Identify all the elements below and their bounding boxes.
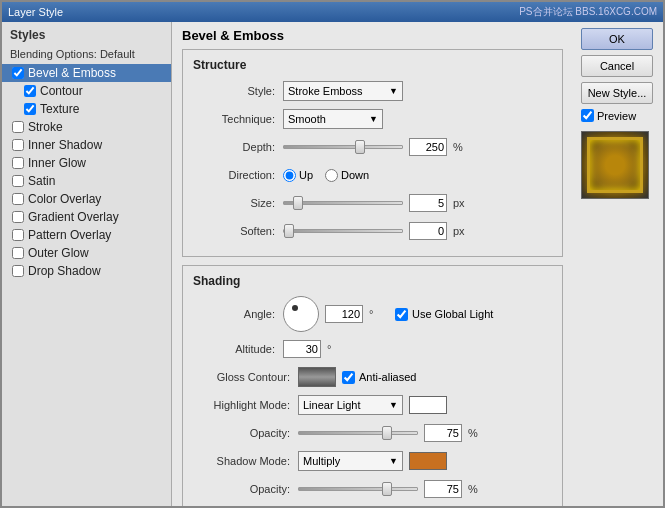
highlight-mode-controls: Linear Light ▼ (298, 395, 447, 415)
technique-value: Smooth (288, 113, 326, 125)
soften-slider[interactable] (283, 229, 403, 233)
anti-aliased-checkbox[interactable] (342, 371, 355, 384)
highlight-opacity-label: Opacity: (193, 427, 298, 439)
sidebar-item-color-overlay[interactable]: Color Overlay (2, 190, 171, 208)
highlight-opacity-slider-container: % (298, 424, 552, 442)
blending-options-label: Blending Options: Default (2, 46, 171, 64)
highlight-opacity-thumb (382, 426, 392, 440)
shadow-opacity-input[interactable] (424, 480, 462, 498)
direction-down-option[interactable]: Down (325, 169, 369, 182)
pattern-overlay-checkbox[interactable] (12, 229, 24, 241)
left-panel: Styles Blending Options: Default Bevel &… (2, 22, 172, 506)
preview-checkbox[interactable] (581, 109, 594, 122)
depth-unit: % (453, 141, 473, 153)
shadow-opacity-thumb (382, 482, 392, 496)
shading-section: Shading Angle: ° Use Global Light (182, 265, 563, 506)
use-global-light-option[interactable]: Use Global Light (395, 308, 493, 321)
sidebar-item-inner-shadow[interactable]: Inner Shadow (2, 136, 171, 154)
angle-dial[interactable] (283, 296, 319, 332)
sidebar-item-stroke[interactable]: Stroke (2, 118, 171, 136)
depth-slider-thumb (355, 140, 365, 154)
right-panel: OK Cancel New Style... Preview (573, 22, 663, 506)
anti-aliased-label: Anti-aliased (359, 371, 416, 383)
angle-dial-dot (292, 305, 298, 311)
highlight-mode-arrow: ▼ (389, 400, 398, 410)
highlight-opacity-slider[interactable] (298, 431, 418, 435)
highlight-opacity-input[interactable] (424, 424, 462, 442)
direction-down-radio[interactable] (325, 169, 338, 182)
inner-glow-label: Inner Glow (28, 156, 86, 170)
sidebar-item-satin[interactable]: Satin (2, 172, 171, 190)
drop-shadow-checkbox[interactable] (12, 265, 24, 277)
soften-slider-container: px (283, 222, 552, 240)
shadow-opacity-label: Opacity: (193, 483, 298, 495)
contour-checkbox[interactable] (24, 85, 36, 97)
styles-header: Styles (2, 26, 171, 46)
satin-checkbox[interactable] (12, 175, 24, 187)
size-row: Size: px (193, 192, 552, 214)
direction-up-radio[interactable] (283, 169, 296, 182)
use-global-light-checkbox[interactable] (395, 308, 408, 321)
direction-up-option[interactable]: Up (283, 169, 313, 182)
technique-dropdown[interactable]: Smooth ▼ (283, 109, 383, 129)
soften-input[interactable] (409, 222, 447, 240)
color-overlay-checkbox[interactable] (12, 193, 24, 205)
bevel-emboss-checkbox[interactable] (12, 67, 24, 79)
sidebar-item-outer-glow[interactable]: Outer Glow (2, 244, 171, 262)
style-dropdown-arrow: ▼ (389, 86, 398, 96)
shadow-mode-dropdown[interactable]: Multiply ▼ (298, 451, 403, 471)
gradient-overlay-label: Gradient Overlay (28, 210, 119, 224)
highlight-color-swatch[interactable] (409, 396, 447, 414)
size-slider-container: px (283, 194, 552, 212)
gloss-contour-swatch[interactable] (298, 367, 336, 387)
style-value: Stroke Emboss (288, 85, 363, 97)
sidebar-item-gradient-overlay[interactable]: Gradient Overlay (2, 208, 171, 226)
depth-row: Depth: % (193, 136, 552, 158)
shadow-opacity-slider[interactable] (298, 487, 418, 491)
shadow-color-swatch[interactable] (409, 452, 447, 470)
anti-aliased-option[interactable]: Anti-aliased (342, 371, 416, 384)
highlight-mode-dropdown[interactable]: Linear Light ▼ (298, 395, 403, 415)
highlight-mode-label: Highlight Mode: (193, 399, 298, 411)
altitude-controls: ° (283, 340, 347, 358)
thumb-border (587, 137, 643, 193)
shadow-mode-controls: Multiply ▼ (298, 451, 447, 471)
inner-shadow-checkbox[interactable] (12, 139, 24, 151)
sidebar-item-contour[interactable]: Contour (2, 82, 171, 100)
drop-shadow-label: Drop Shadow (28, 264, 101, 278)
preview-label: Preview (597, 110, 636, 122)
dialog-title: Layer Style (8, 6, 63, 18)
shadow-mode-arrow: ▼ (389, 456, 398, 466)
texture-checkbox[interactable] (24, 103, 36, 115)
gradient-overlay-checkbox[interactable] (12, 211, 24, 223)
size-slider[interactable] (283, 201, 403, 205)
sidebar-item-drop-shadow[interactable]: Drop Shadow (2, 262, 171, 280)
highlight-mode-row: Highlight Mode: Linear Light ▼ (193, 394, 552, 416)
cancel-button[interactable]: Cancel (581, 55, 653, 77)
size-input[interactable] (409, 194, 447, 212)
new-style-button[interactable]: New Style... (581, 82, 653, 104)
depth-slider-container: % (283, 138, 552, 156)
depth-input[interactable] (409, 138, 447, 156)
ok-button[interactable]: OK (581, 28, 653, 50)
structure-section: Structure Style: Stroke Emboss ▼ Techniq… (182, 49, 563, 257)
sidebar-item-pattern-overlay[interactable]: Pattern Overlay (2, 226, 171, 244)
angle-row: Angle: ° Use Global Light (193, 296, 552, 332)
main-area: Bevel & Emboss Structure Style: Stroke E… (172, 22, 573, 506)
outer-glow-checkbox[interactable] (12, 247, 24, 259)
shadow-mode-label: Shadow Mode: (193, 455, 298, 467)
soften-unit: px (453, 225, 473, 237)
shadow-mode-value: Multiply (303, 455, 340, 467)
sidebar-item-bevel-emboss[interactable]: Bevel & Emboss (2, 64, 171, 82)
sidebar-item-texture[interactable]: Texture (2, 100, 171, 118)
angle-input[interactable] (325, 305, 363, 323)
inner-glow-checkbox[interactable] (12, 157, 24, 169)
altitude-input[interactable] (283, 340, 321, 358)
preview-option[interactable]: Preview (581, 109, 655, 122)
stroke-checkbox[interactable] (12, 121, 24, 133)
outer-glow-label: Outer Glow (28, 246, 89, 260)
style-dropdown[interactable]: Stroke Emboss ▼ (283, 81, 403, 101)
direction-label: Direction: (193, 169, 283, 181)
sidebar-item-inner-glow[interactable]: Inner Glow (2, 154, 171, 172)
depth-slider[interactable] (283, 145, 403, 149)
